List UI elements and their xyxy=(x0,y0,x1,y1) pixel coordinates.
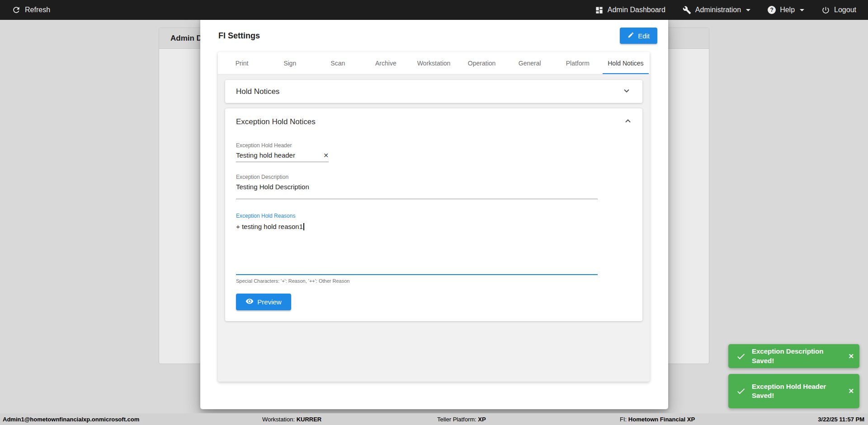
toast-exception-hold-header-saved: Exception Hold Header Saved! ✕ xyxy=(728,374,859,408)
tab-label: Print xyxy=(236,60,249,67)
exception-hold-reasons-value: + testing hold reason1 xyxy=(236,223,303,230)
toast-exception-description-saved: Exception Description Saved! ✕ xyxy=(728,344,859,368)
settings-card: Print Sign Scan Archive Workstation Oper… xyxy=(218,52,650,382)
chevron-down-icon xyxy=(746,9,750,11)
check-icon xyxy=(736,386,746,396)
footer-fi: FI: Hometown Financial XP xyxy=(620,416,695,423)
hold-notices-tab-content: Hold Notices Exception Hold Notices Exce… xyxy=(218,75,650,327)
footer-workstation-value: KURRER xyxy=(297,416,322,423)
footer-datetime: 3/22/25 11:57 PM xyxy=(818,416,864,423)
tab-label: Scan xyxy=(330,60,345,67)
exception-description-input[interactable]: Testing Hold Description xyxy=(236,183,598,199)
exception-panel-title: Exception Hold Notices xyxy=(236,117,316,126)
hold-notices-panel-title: Hold Notices xyxy=(236,87,279,96)
preview-button-label: Preview xyxy=(257,298,281,306)
tab-workstation[interactable]: Workstation xyxy=(410,52,458,74)
tab-platform[interactable]: Platform xyxy=(554,52,602,74)
tab-label: Workstation xyxy=(417,60,451,67)
refresh-button[interactable]: Refresh xyxy=(12,5,50,14)
dashboard-icon xyxy=(595,6,604,14)
special-characters-hint: Special Characters: '+': Reason, '++': O… xyxy=(236,278,632,284)
dialog-header: FI Settings Edit xyxy=(200,17,668,52)
tab-label: Operation xyxy=(468,60,495,67)
footer-teller-platform: Teller Platform: XP xyxy=(437,416,486,423)
exception-description-label: Exception Description xyxy=(236,174,632,180)
edit-button[interactable]: Edit xyxy=(620,28,657,44)
tab-label: Platform xyxy=(566,60,590,67)
tab-label: Archive xyxy=(375,60,396,67)
footer-workstation: Workstation: KURRER xyxy=(262,416,321,423)
footer-fi-label: FI: xyxy=(620,416,627,423)
chevron-down-icon xyxy=(623,87,630,96)
active-tab-indicator xyxy=(603,73,649,74)
close-icon[interactable]: ✕ xyxy=(848,352,854,360)
logout-button[interactable]: Logout xyxy=(821,6,856,14)
settings-tabbar: Print Sign Scan Archive Workstation Oper… xyxy=(218,52,650,75)
tab-scan[interactable]: Scan xyxy=(314,52,362,74)
exception-hold-reasons-label: Exception Hold Reasons xyxy=(236,213,632,219)
tab-general[interactable]: General xyxy=(506,52,554,74)
top-navigation-bar: Refresh Admin Dashboard Administration ?… xyxy=(0,0,868,20)
chevron-down-icon xyxy=(800,9,804,11)
refresh-icon xyxy=(12,5,21,14)
tab-print[interactable]: Print xyxy=(218,52,266,74)
refresh-label: Refresh xyxy=(25,6,50,14)
tab-sign[interactable]: Sign xyxy=(266,52,314,74)
footer-teller-platform-label: Teller Platform: xyxy=(437,416,476,423)
tab-hold-notices[interactable]: Hold Notices xyxy=(602,52,650,74)
wrench-icon xyxy=(683,6,691,14)
logout-label: Logout xyxy=(834,6,856,14)
admin-dashboard-label: Admin Dashboard xyxy=(608,6,665,14)
help-label: Help xyxy=(780,6,795,14)
tab-archive[interactable]: Archive xyxy=(362,52,410,74)
edit-button-label: Edit xyxy=(638,32,650,40)
admin-dashboard-button[interactable]: Admin Dashboard xyxy=(595,6,665,14)
chevron-up-icon xyxy=(624,117,632,126)
exception-hold-header-input[interactable]: Testing hold header ✕ xyxy=(236,151,329,162)
administration-label: Administration xyxy=(695,6,741,14)
help-icon: ? xyxy=(768,6,776,14)
exception-hold-notices-panel: Exception Hold Notices Exception Hold He… xyxy=(225,108,642,321)
eye-icon xyxy=(245,297,254,307)
close-icon[interactable]: ✕ xyxy=(848,387,854,395)
toast-message: Exception Hold Header Saved! xyxy=(752,382,842,401)
tab-label: Hold Notices xyxy=(608,60,643,67)
clear-input-icon[interactable]: ✕ xyxy=(323,152,329,159)
tab-label: Sign xyxy=(283,60,296,67)
pencil-icon xyxy=(627,32,634,40)
footer-workstation-label: Workstation: xyxy=(262,416,295,423)
status-footer: Admin1@hometownfinancialxp.onmicrosoft.c… xyxy=(0,413,868,425)
preview-button[interactable]: Preview xyxy=(236,294,291,310)
footer-teller-platform-value: XP xyxy=(478,416,486,423)
toast-message: Exception Description Saved! xyxy=(752,347,842,365)
fi-settings-dialog: FI Settings Edit Print Sign Scan Archive… xyxy=(200,17,668,409)
footer-user-email: Admin1@hometownfinancialxp.onmicrosoft.c… xyxy=(3,416,139,423)
text-cursor xyxy=(303,223,304,230)
help-menu[interactable]: ? Help xyxy=(768,6,804,14)
exception-hold-header-value: Testing hold header xyxy=(236,151,323,159)
check-icon xyxy=(736,351,746,361)
exception-hold-header-label: Exception Hold Header xyxy=(236,142,632,149)
exception-description-value: Testing Hold Description xyxy=(236,183,309,191)
background-card-title: Admin D xyxy=(170,34,202,43)
tab-operation[interactable]: Operation xyxy=(458,52,506,74)
tab-label: General xyxy=(519,60,541,67)
exception-panel-header[interactable]: Exception Hold Notices xyxy=(236,108,632,135)
power-icon xyxy=(821,6,830,14)
footer-fi-value: Hometown Financial XP xyxy=(628,416,695,423)
administration-menu[interactable]: Administration xyxy=(683,6,750,14)
dialog-title: FI Settings xyxy=(218,31,260,41)
hold-notices-expansion-panel[interactable]: Hold Notices xyxy=(225,80,642,103)
exception-hold-reasons-textarea[interactable]: + testing hold reason1 xyxy=(236,222,598,275)
